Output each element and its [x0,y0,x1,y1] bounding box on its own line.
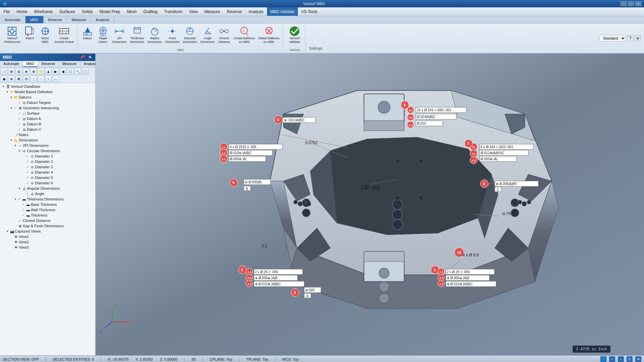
tree-item-19[interactable]: ▼∠Angular Dimensions [1,186,95,191]
tree-check-8[interactable]: ✓ [17,127,21,131]
globe-icon[interactable]: 🌐 [600,356,606,362]
tree-item-4[interactable]: ▼✓⊞Geometric tolerancing [1,105,95,111]
tree-toggle-20[interactable] [21,192,25,196]
tree-item-11[interactable]: ▼↔2Pt Dimensions [1,143,95,148]
standard-dropdown[interactable]: Standard [599,35,626,42]
menu-item-measure[interactable]: Measure [201,7,224,16]
verisurf-preferences-button[interactable]: VerisurfPreferences [3,25,22,45]
tree-toggle-9[interactable] [9,133,13,137]
verisurf-validate-button[interactable]: VerisurfValidate [286,25,303,45]
tree-toggle-10[interactable]: ▼ [9,138,13,142]
tree-item-15[interactable]: ✓⊙Diameter 3 [1,164,95,170]
tree-toggle-21[interactable]: ▼ [13,197,17,201]
datum-button[interactable]: A Datum [80,25,95,45]
menu-item-model-prep[interactable]: Model Prep [96,7,123,16]
create-balloons-button[interactable]: 1 Create Balloonson MBD [232,25,256,45]
panel-tool-row2-8[interactable]: ↔ [52,75,59,82]
tree-item-14[interactable]: ✓⊙Diameter 2 [1,159,95,164]
tree-toggle-11[interactable]: ▼ [13,143,17,147]
tree-toggle-7[interactable] [13,122,17,126]
close-button[interactable]: ✕ [635,1,641,6]
radius-dimension-button[interactable]: R RadiusDimension [146,25,163,45]
tree-item-18[interactable]: ✓⊙Diameter 6 [1,180,95,186]
minimize-button[interactable]: ─ [621,1,627,6]
zoom-in-icon[interactable]: + [609,356,615,362]
tree-item-5[interactable]: ✓⬜Surface [1,111,95,116]
tree-item-3[interactable]: ✓◎Datum Targets [1,100,95,105]
tree-item-20[interactable]: ✓∠Angle [1,191,95,196]
panel-tool-6[interactable]: ⭐ [38,68,44,75]
panel-tool-7[interactable]: ▲ [45,68,52,75]
import-button[interactable]: Import [22,25,37,45]
panel-tool-3[interactable]: ⊟ [15,68,22,75]
tree-item-26[interactable]: ⊞Gap & Flush Dimensions [1,223,95,229]
tree-toggle-4[interactable]: ▼ [9,106,13,110]
tree-toggle-18[interactable] [21,181,25,185]
menu-item-reverse[interactable]: Reverse [223,7,245,16]
panel-tool-5[interactable]: ⊗ [30,68,37,75]
move-mbd-button[interactable]: MoveMBD [38,25,53,45]
fit-icon[interactable]: ⊡ [627,356,633,362]
tree-item-21[interactable]: ▼✓▬Thickness Dimensions [1,196,95,202]
tree-item-7[interactable]: ✓◎Datum B [1,121,95,127]
tree-toggle-19[interactable]: ▼ [17,186,21,190]
panel-tool-row2-7[interactable]: ↕ [45,75,52,82]
zoom-out-icon[interactable]: − [618,356,624,362]
toolbar-tab-reverse[interactable]: Reverse [44,16,67,23]
panel-tool-row2-4[interactable]: ⊡ [23,75,30,82]
menu-item-solids[interactable]: Solids [78,7,96,16]
create-control-frame-button[interactable]: AB CreateControl Frame [53,25,75,45]
tree-toggle-23[interactable] [17,208,21,212]
settings-label[interactable]: Settings [309,46,322,52]
tree-check-14[interactable]: ✓ [25,160,30,164]
tree-check-18[interactable]: ✓ [25,181,30,185]
tree-item-29[interactable]: 👁View2 [1,239,95,245]
tree-toggle-30[interactable] [9,245,13,249]
delete-balloons-button[interactable]: 1 Delete Balloonson MBD [257,25,281,45]
menu-item-transform[interactable]: Transform [161,7,186,16]
panel-tool-9[interactable]: ◀ [60,68,66,75]
tree-item-8[interactable]: ✓◎Datum C [1,127,95,132]
tree-toggle-17[interactable] [21,176,25,180]
tree-item-6[interactable]: ✓◎Datum A [1,116,95,121]
tree-toggle-13[interactable] [21,154,25,158]
tree-toggle-25[interactable] [13,219,17,223]
target-datum-button[interactable]: A1 TargetDatum [96,25,110,45]
tree-check-23[interactable]: ✓ [21,208,25,212]
tree-check-6[interactable]: ✓ [17,117,21,121]
tree-check-21[interactable]: ✓ [17,197,21,201]
toolbar-tab-measure[interactable]: Measure [67,16,91,23]
toolbar-tab-automate[interactable]: Automate [0,16,25,23]
point-dimension-button[interactable]: PointDimension [164,25,181,45]
tree-check-24[interactable]: ✓ [21,213,25,217]
menu-item-drafting[interactable]: Drafting [140,7,161,16]
maximize-button[interactable]: □ [628,1,634,6]
menu-item-surfaces[interactable]: Surfaces [56,7,78,16]
tree-check-16[interactable]: ✓ [25,170,30,174]
tree-item-24[interactable]: ✓▬Thickness [1,213,95,218]
menu-item-home[interactable]: Home [13,7,31,16]
tree-toggle-24[interactable] [17,213,21,217]
panel-tab-measure[interactable]: Measure [59,61,80,67]
2pt-dimension-button[interactable]: 2PtDimension [111,25,128,45]
tree-item-28[interactable]: 👁View1 [1,234,95,239]
menu-item-vs-tools[interactable]: VS-Tools [298,7,321,16]
menu-item-wireframe[interactable]: Wireframe [31,7,56,16]
tree-toggle-14[interactable] [21,160,25,164]
tree-toggle-27[interactable]: ▼ [5,229,9,233]
tree-item-9[interactable]: 📝Notes [1,132,95,137]
panel-tool-4[interactable]: ⊕ [23,68,30,75]
tree-item-13[interactable]: ✓⊙Diameter 1 [1,154,95,159]
tree-item-25[interactable]: ←Closest Distance [1,218,95,223]
menu-item-file[interactable]: File [0,7,13,16]
tree-item-23[interactable]: ✓▬Wall Thickness [1,207,95,213]
tree-toggle-26[interactable] [13,224,17,228]
tree-check-7[interactable]: ✓ [17,122,21,126]
panel-tab-reverse[interactable]: Reverse [38,61,59,67]
tree-toggle-15[interactable] [21,165,25,169]
panel-tab-mbd[interactable]: MBD [23,61,38,67]
tree-toggle-1[interactable]: ▼ [5,90,9,94]
tree-item-12[interactable]: ▼⊙Circular Dimensions [1,148,95,154]
tree-item-27[interactable]: ▼📷Captured Views [1,229,95,234]
panel-close-button[interactable]: ✕ [87,55,93,60]
